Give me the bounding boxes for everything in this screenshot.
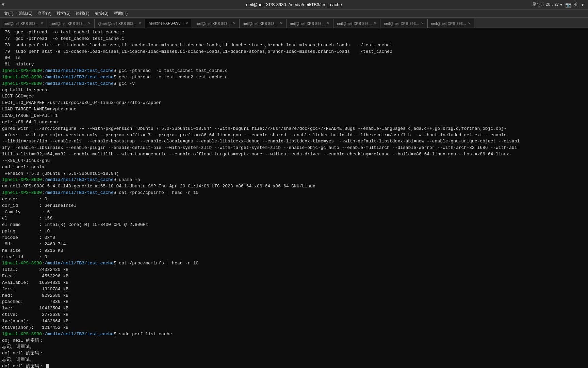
line-sudo-pw2-retry: 忘记, 请重试。 (2, 357, 586, 363)
line-memtotal: Total: 24332420 kB (2, 267, 586, 273)
lang-indicator: 英 (574, 2, 578, 7)
tab-2[interactable]: neil@neil-XPS-893... ✕ (47, 19, 94, 28)
line-cpuinfo-prompt: l@neil-XPS-8930:/media/neil/TB3/test_cac… (2, 190, 586, 196)
line-version: version 7.5.0 (Ubuntu 7.5.0-3ubuntu1~18.… (2, 171, 586, 177)
line-ead: ead model: posix (2, 164, 586, 171)
tab-10-close[interactable]: ✕ (468, 21, 471, 25)
line-swpcached: pCached: 7336 kB (2, 299, 586, 305)
line-cmd1: l@neil-XPS-8930:/media/neil/TB3/test_cac… (2, 68, 586, 74)
line-get: get: x86_64-linux-gnu (2, 119, 586, 126)
tab-1-label: neil@neil-XPS-893... (4, 21, 38, 26)
line-memfree: Free: 4552296 kB (2, 273, 586, 280)
line-physical-id: sical id : 0 (2, 254, 586, 261)
line-libdir: --libdir=/usr/lib --enable-nls --enable-… (2, 138, 586, 145)
line-sudo-pw1-retry: 忘记, 请重试。 (2, 344, 586, 350)
window-icon: ▼ (2, 2, 4, 7)
line-78: 78 sudo perf stat -e L1-dcache-load-miss… (2, 42, 586, 49)
line-80: 80 ls (2, 55, 586, 61)
tab-3-label: @neil@neil-XPS-893... (98, 21, 136, 26)
tab-2-label: neil@neil-XPS-893... (51, 21, 85, 26)
tab-6[interactable]: neil@neil-XPS-893... ✕ (239, 19, 286, 28)
tab-4-close[interactable]: ✕ (185, 21, 188, 25)
line-active: lve: 10413504 kB (2, 305, 586, 312)
menu-item-tabs[interactable]: 标签(B) (92, 10, 111, 17)
line-stepping: pping : 10 (2, 228, 586, 235)
tab-9-label: neil@neil-XPS-893... (384, 21, 419, 26)
line-builtin: ng built-in specs. (2, 87, 586, 94)
title-bar: ▼ neil@neil-XPS-8930: /media/neil/TB3/te… (0, 0, 588, 10)
line-mhz: MHz : 2460.714 (2, 241, 586, 248)
line-77: 77 gcc -pthread -o test_cache2 test_cach… (2, 36, 586, 42)
window-title: neil@neil-XPS-8930: /media/neil/TB3/test… (246, 2, 342, 7)
tab-10-label: neil@neil-XPS-893... (431, 21, 466, 26)
menu-item-help[interactable]: 帮助(H) (111, 10, 131, 17)
line-sudo-pw1-label: do] neil 的密码： (2, 338, 586, 344)
tab-8-close[interactable]: ✕ (374, 21, 376, 25)
menu-item-file[interactable]: 文(F) (1, 10, 16, 17)
line-microcode: rocode : 0xf0 (2, 235, 586, 241)
lang-chevron: ▼ (581, 2, 585, 7)
title-bar-left: ▼ (2, 0, 4, 9)
line-cmd3: l@neil-XPS-8930:/media/neil/TB3/test_cac… (2, 81, 586, 87)
line-memavail: Available: 16594820 kB (2, 280, 586, 286)
tab-7-label: neil@neil-XPS-893... (290, 21, 325, 26)
tab-3[interactable]: @neil@neil-XPS-893... ✕ (94, 19, 145, 28)
tab-3-close[interactable]: ✕ (138, 21, 141, 25)
line-vendor: dor_id : GenuineIntel (2, 203, 586, 209)
tab-7-close[interactable]: ✕ (327, 21, 329, 25)
tab-1-close[interactable]: ✕ (40, 21, 43, 25)
line-model: el : 158 (2, 215, 586, 222)
camera-icon: 📷 (565, 2, 571, 7)
line-inactive: ctive: 2773636 kB (2, 312, 586, 318)
menu-item-edit[interactable]: 编辑(E) (16, 10, 35, 17)
line-76: 76 gcc -pthread -o test_cache1 test_cach… (2, 29, 586, 36)
line-ltilib: ltilib-list=m32,m64,mx32 --enable-multil… (2, 151, 586, 158)
line-cmd2: l@neil-XPS-8930:/media/neil/TB3/test_cac… (2, 74, 586, 81)
tab-9-close[interactable]: ✕ (421, 21, 424, 25)
tab-6-close[interactable]: ✕ (280, 21, 282, 25)
line-inactive-anon: ctive(anon): 1217452 kB (2, 325, 586, 331)
tab-7[interactable]: neil@neil-XPS-893... ✕ (286, 19, 333, 28)
line-81: 81 history (2, 61, 586, 68)
tab-8[interactable]: neil@neil-XPS-893... ✕ (333, 19, 380, 28)
tab-9[interactable]: neil@neil-XPS-893... ✕ (380, 19, 427, 28)
tab-8-label: neil@neil-XPS-893... (337, 21, 372, 26)
line-active-anon: lve(anon): 1433664 kB (2, 318, 586, 325)
tab-2-close[interactable]: ✕ (88, 21, 91, 25)
line-target-default: LOAD_TARGET_DEFAULT=1 (2, 113, 586, 119)
line-uname-prompt: l@neil-XPS-8930:/media/neil/TB3/test_cac… (2, 177, 586, 183)
line-meminfo-prompt: l@neil-XPS-8930:/media/neil/TB3/test_cac… (2, 260, 586, 267)
line-ify: ify =-enable-libsimplex --enable-plugin … (2, 145, 586, 151)
tab-10[interactable]: neil@neil-XPS-893... ✕ (427, 19, 474, 28)
tab-6-label: neil@neil-XPS-893... (243, 21, 278, 26)
menu-bar: 文(F) 编辑(E) 查看(V) 搜索(S) 终端(T) 标签(B) 帮助(H) (0, 10, 588, 18)
line-configured: gured with: ../src/configure -v --with-p… (2, 126, 586, 132)
line-uname-out: ux neil-XPS-8930 5.4.0-148-generic #165-… (2, 183, 586, 190)
line-79: 79 sudo perf stat -e L1-dcache-load-miss… (2, 49, 586, 55)
tab-5[interactable]: neil@neil-XPS-893... ✕ (192, 19, 239, 28)
line-cached: hed: 9292680 kB (2, 293, 586, 299)
line-sudo-pw3-label: do] neil 的密码： (2, 363, 586, 368)
line-perf-list-prompt: l@neil-XPS-8930:/media/neil/TB3/test_cac… (2, 331, 586, 338)
tab-1[interactable]: neil@neil-XPS-893... ✕ (0, 19, 47, 28)
line-family: family : 6 (2, 209, 586, 216)
tab-5-close[interactable]: ✕ (233, 21, 235, 25)
tab-5-label: neil@neil-XPS-893... (196, 21, 230, 26)
line-lect: LECT_GCC=gcc (2, 93, 586, 100)
tab-4-label: neil@neil-XPS-893... (149, 21, 183, 25)
menu-item-search[interactable]: 搜索(S) (54, 10, 73, 17)
line-target-names: LOAD_TARGET_NAMES=nvptx-none (2, 106, 586, 113)
menu-item-view[interactable]: 查看(V) (35, 10, 54, 17)
terminal-content[interactable]: 76 gcc -pthread -o test_cache1 test_cach… (0, 28, 588, 368)
line-sudo-pw2-label: do] neil 的密码： (2, 350, 586, 357)
line-x86-64: --x86_64-linux-gnu (2, 158, 586, 164)
line-processor: cessor : 0 (2, 196, 586, 203)
title-bar-right: 星期五 20：27 ● 📷 英 ▼ (532, 0, 585, 9)
line-lto: LECT_LTO_WRAPPER=/usr/lib/gcc/x86_64-lin… (2, 100, 586, 106)
tab-4[interactable]: neil@neil-XPS-893... ✕ (145, 19, 192, 28)
clock: 星期五 20：27 ● (532, 2, 562, 7)
line-model-name: el name : Intel(R) Core(TM) i5-8400 CPU … (2, 222, 586, 228)
line-cache-size: he size : 9216 KB (2, 248, 586, 254)
line-usr: -=/usr --with-gcc-major-version-only --p… (2, 132, 586, 139)
menu-item-terminal[interactable]: 终端(T) (73, 10, 92, 17)
